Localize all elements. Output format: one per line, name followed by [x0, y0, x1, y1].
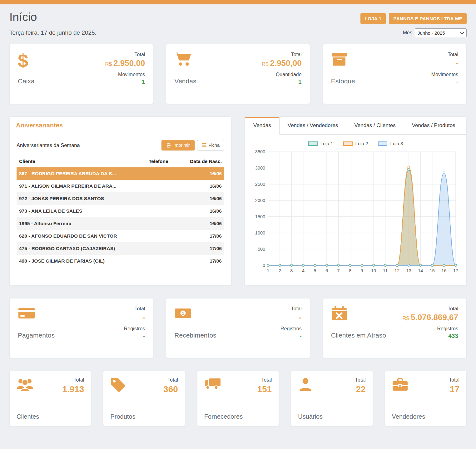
svg-text:15: 15	[430, 268, 435, 273]
chart-tabs: Vendas Vendas / Vendedores Vendas / Clie…	[245, 117, 466, 135]
vendas-card: Vendas Total R$2.950,00 Quantidade 1	[166, 44, 310, 104]
fornecedores-card: Total 151 Fornecedores	[197, 371, 279, 426]
client-name: 490 - JOSE GILMAR DE FARIAS (GIL)	[17, 255, 146, 267]
col-telefone: Telefone	[146, 155, 187, 167]
legend-loja3[interactable]: Loja 3	[378, 141, 403, 146]
estoque-movimentos-value: -	[456, 78, 458, 85]
client-name: 620 - AFONSO EDUARDO DE SAN VICTOR	[17, 230, 146, 242]
credit-card-icon	[18, 306, 55, 326]
client-name: 972 - JONAS PEREIRA DOS SANTOS	[17, 192, 146, 205]
svg-text:10: 10	[371, 268, 376, 273]
imprimir-button[interactable]: Imprimir	[161, 140, 194, 150]
tab-vendas[interactable]: Vendas	[245, 117, 280, 135]
svg-text:500: 500	[258, 247, 265, 252]
pagamentos-registros-value: -	[143, 333, 145, 339]
birth-date: 16/06	[187, 167, 224, 180]
client-name: 475 - RODRIGO CARTAXO (CAJAZEIRAS)	[17, 242, 146, 255]
current-date: Terça-feira, 17 de junho de 2025.	[9, 29, 97, 36]
recebimentos-total-value: -	[299, 313, 302, 322]
svg-text:3: 3	[290, 268, 293, 273]
table-row[interactable]: 475 - RODRIGO CARTAXO (CAJAZEIRAS)17/06	[17, 242, 224, 255]
birth-date: 17/06	[187, 242, 224, 255]
total-label: Total	[355, 377, 366, 383]
table-row[interactable]: 490 - JOSE GILMAR DE FARIAS (GIL)17/06	[17, 255, 224, 267]
svg-text:17: 17	[453, 268, 458, 273]
caixa-label: Caixa	[18, 77, 35, 85]
total-label: Total	[62, 377, 84, 383]
svg-text:6: 6	[325, 268, 328, 273]
vendas-chart-panel: Vendas Vendas / Vendedores Vendas / Clie…	[245, 116, 467, 286]
usuarios-count: 22	[355, 384, 366, 394]
clientes-atraso-total-value: R$5.076.869,67	[402, 313, 458, 322]
tab-vendas-vendedores[interactable]: Vendas / Vendedores	[280, 117, 346, 134]
total-label: Total	[448, 52, 458, 57]
vendedores-count: 17	[449, 384, 459, 394]
svg-text:3500: 3500	[255, 149, 265, 154]
legend-loja1[interactable]: Loja 1	[308, 141, 333, 146]
svg-text:2000: 2000	[255, 198, 265, 203]
pagamentos-total-value: -	[142, 313, 145, 322]
table-row[interactable]: 867 - RODRIGO PEREIRA ARRUDA DA S...16/0…	[17, 167, 224, 180]
loja2-swatch	[343, 141, 353, 146]
table-row[interactable]: 972 - JONAS PEREIRA DOS SANTOS16/06	[17, 192, 224, 205]
users-icon	[17, 377, 33, 394]
total-label: Total	[135, 306, 145, 312]
total-label: Total	[291, 52, 302, 57]
page-title: Início	[9, 11, 37, 24]
registros-label: Registros	[437, 326, 458, 332]
clientes-atraso-registros-value: 433	[448, 333, 458, 339]
month-select[interactable]: Junho - 2025	[415, 28, 467, 37]
total-label: Total	[448, 306, 458, 312]
svg-text:0: 0	[263, 263, 265, 268]
svg-text:1000: 1000	[255, 230, 265, 235]
movimentos-label: Movimentos	[118, 72, 145, 77]
table-row[interactable]: 971 - ALISON GILMAR PEREIRA DE ARA...16/…	[17, 180, 224, 192]
vendas-label: Vendas	[174, 77, 196, 85]
vendas-total-value: R$2.950,00	[262, 58, 302, 68]
fornecedores-count: 151	[257, 384, 272, 394]
loja1-swatch	[308, 141, 318, 146]
chart-legend: Loja 1 Loja 2 Loja 3	[251, 141, 460, 146]
client-name: 1995 - Alfonso Ferreira	[17, 217, 146, 230]
total-label: Total	[163, 377, 178, 383]
aniversariantes-table: Cliente Telefone Data de Nasc. 867 - ROD…	[17, 155, 224, 267]
caixa-card: $ Caixa Total R$2.950,00 Movimentos 1	[9, 44, 153, 104]
total-label: Total	[291, 306, 302, 312]
cart-icon	[174, 52, 196, 72]
tab-vendas-clientes[interactable]: Vendas / Clientes	[346, 117, 404, 134]
total-label: Total	[449, 377, 459, 383]
usuarios-card: Total 22 Usuários	[291, 371, 373, 426]
fornecedores-label: Fornecedores	[204, 413, 272, 420]
movimentos-label: Movimentos	[431, 72, 458, 77]
estoque-total-value: -	[455, 58, 458, 68]
legend-loja2[interactable]: Loja 2	[343, 141, 368, 146]
list-icon	[202, 143, 206, 147]
svg-text:14: 14	[418, 268, 423, 273]
clientes-card: Total 1.913 Clientes	[9, 371, 91, 426]
svg-text:1: 1	[182, 311, 184, 316]
ficha-button[interactable]: Ficha	[197, 140, 224, 150]
svg-text:3000: 3000	[255, 165, 265, 170]
clientes-atraso-card: Clientes em Atraso Total R$5.076.869,67 …	[323, 298, 467, 358]
client-name: 973 - ANA LEILA DE SALES	[17, 205, 146, 217]
usuarios-label: Usuários	[298, 413, 365, 420]
caixa-total-value: R$2.950,00	[105, 58, 145, 68]
birth-date: 16/06	[187, 205, 224, 217]
vendedores-card: Total 17 Vendedores	[385, 371, 467, 426]
svg-text:2: 2	[279, 268, 281, 273]
table-row[interactable]: 620 - AFONSO EDUARDO DE SAN VICTOR17/06	[17, 230, 224, 242]
produtos-card: Total 360 Produtos	[103, 371, 185, 426]
table-row[interactable]: 973 - ANA LEILA DE SALES16/06	[17, 205, 224, 217]
sales-area-chart: 0500100015002000250030003500123456789101…	[251, 147, 460, 277]
quantidade-label: Quantidade	[276, 72, 302, 77]
store-badges: LOJA 1 PANNOS E PANNOS LTDA ME	[360, 13, 467, 24]
tab-vendas-produtos[interactable]: Vendas / Produtos	[404, 117, 464, 134]
user-icon	[298, 377, 313, 394]
svg-text:16: 16	[441, 268, 446, 273]
loja3-swatch	[378, 141, 387, 146]
table-row[interactable]: 1995 - Alfonso Ferreira16/06	[17, 217, 224, 230]
company-badge[interactable]: PANNOS E PANNOS LTDA ME	[389, 13, 467, 24]
svg-text:9: 9	[361, 268, 363, 273]
produtos-count: 360	[163, 384, 178, 394]
store-badge[interactable]: LOJA 1	[360, 13, 386, 24]
